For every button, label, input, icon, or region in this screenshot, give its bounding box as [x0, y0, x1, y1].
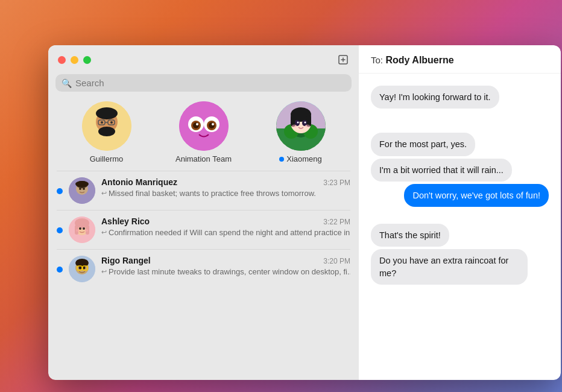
svg-point-4 [98, 127, 115, 136]
svg-point-46 [83, 227, 85, 230]
search-bar[interactable]: 🔍 [55, 74, 352, 92]
search-icon: 🔍 [62, 78, 72, 88]
animation-team-name: Animation Team [175, 154, 232, 163]
window-controls [58, 56, 91, 64]
animation-team-avatar [179, 101, 229, 151]
bubble-group-2: For the most part, yes. I'm a bit worrie… [371, 133, 549, 207]
ashley-name: Ashley Rico [101, 217, 150, 226]
message-row-antonio[interactable]: Antonio Manriquez 3:23 PM ↩ Missed final… [48, 171, 359, 210]
rigo-time: 3:20 PM [323, 257, 350, 265]
unread-indicator-antonio [57, 188, 63, 194]
ashley-message-content: Ashley Rico 3:22 PM ↩ Confirmation neede… [101, 217, 350, 237]
unread-indicator-ashley [57, 227, 63, 233]
svg-point-52 [79, 267, 82, 270]
pinned-contact-guillermo[interactable]: Guillermo [74, 101, 140, 163]
title-bar [48, 45, 359, 72]
ashley-header: Ashley Rico 3:22 PM [101, 217, 350, 226]
svg-point-32 [292, 125, 297, 128]
spacer-1 [371, 113, 549, 128]
pinned-contacts: Guillermo [48, 96, 359, 171]
svg-point-30 [297, 122, 298, 124]
xiaomeng-avatar [276, 101, 326, 151]
xiaomeng-avatar-container [276, 101, 326, 151]
bubble-4: Don't worry, we've got lots of fun! [404, 184, 549, 207]
unread-indicator-rigo [57, 267, 63, 273]
guillermo-avatar-container [82, 101, 131, 151]
svg-point-45 [79, 227, 81, 230]
guillermo-avatar [82, 101, 131, 151]
recipient-name: Rody Albuerne [385, 55, 453, 65]
antonio-time: 3:23 PM [323, 179, 350, 187]
antonio-name: Antonio Manriquez [101, 177, 177, 187]
bubble-group-3: That's the spirit! Do you have an extra … [371, 224, 549, 285]
rigo-avatar [69, 256, 95, 282]
svg-point-15 [193, 122, 199, 128]
conversation-messages: Yay! I'm looking forward to it. For the … [359, 74, 561, 380]
compose-button[interactable] [337, 54, 349, 66]
conversation-header: To: Rody Albuerne [359, 45, 561, 74]
bubble-6: Do you have an extra raincoat for me? [371, 249, 528, 285]
online-indicator [279, 157, 284, 162]
svg-point-8 [101, 121, 103, 124]
svg-point-10 [179, 101, 229, 151]
svg-point-3 [96, 107, 118, 119]
bubble-5: That's the spirit! [371, 224, 449, 247]
svg-point-18 [212, 123, 214, 125]
rigo-preview: ↩ Provide last minute tweaks to drawings… [101, 267, 350, 276]
close-button[interactable] [58, 56, 66, 64]
ashley-time: 3:22 PM [323, 218, 350, 226]
antonio-header: Antonio Manriquez 3:23 PM [101, 177, 350, 187]
right-panel: To: Rody Albuerne Yay! I'm looking forwa… [359, 45, 561, 380]
svg-point-37 [79, 188, 81, 190]
svg-point-48 [84, 229, 88, 232]
ashley-avatar [69, 217, 95, 243]
to-label: To: [371, 55, 383, 65]
svg-point-9 [110, 121, 113, 124]
left-panel: 🔍 [48, 45, 359, 380]
pinned-contact-animation-team[interactable]: Animation Team [171, 101, 237, 163]
animation-avatar-container [179, 101, 229, 151]
antonio-preview: ↩ Missed final basket; wants to practice… [101, 189, 350, 198]
bubble-2: For the most part, yes. [371, 133, 475, 156]
guillermo-name: Guillermo [90, 154, 124, 163]
rigo-header: Rigo Rangel 3:20 PM [101, 256, 350, 265]
pinned-contact-xiaomeng[interactable]: Xiaomeng [268, 101, 334, 163]
svg-point-16 [209, 122, 215, 128]
message-row-ashley[interactable]: Ashley Rico 3:22 PM ↩ Confirmation neede… [48, 210, 359, 249]
spacer-2 [371, 212, 549, 219]
xiaomeng-name: Xiaomeng [279, 154, 322, 163]
svg-point-38 [83, 188, 85, 190]
antonio-message-content: Antonio Manriquez 3:23 PM ↩ Missed final… [101, 177, 350, 198]
messages-window: 🔍 [48, 45, 561, 380]
message-row-rigo[interactable]: Rigo Rangel 3:20 PM ↩ Provide last minut… [48, 250, 359, 288]
rigo-message-content: Rigo Rangel 3:20 PM ↩ Provide last minut… [101, 256, 350, 276]
bubble-1: Yay! I'm looking forward to it. [371, 86, 499, 109]
antonio-avatar [69, 177, 95, 204]
ashley-preview: ↩ Confirmation needed if Will can spend … [101, 228, 350, 237]
minimize-button[interactable] [71, 56, 78, 64]
rigo-name: Rigo Rangel [101, 256, 151, 265]
svg-point-33 [305, 125, 310, 128]
maximize-button[interactable] [83, 56, 91, 64]
svg-point-17 [196, 123, 198, 125]
svg-point-47 [76, 229, 80, 232]
svg-point-31 [304, 122, 306, 124]
search-input[interactable] [75, 78, 346, 88]
message-list: Antonio Manriquez 3:23 PM ↩ Missed final… [48, 171, 359, 380]
svg-point-39 [75, 181, 89, 187]
bubble-3: I'm a bit worried that it will rain... [371, 159, 512, 182]
